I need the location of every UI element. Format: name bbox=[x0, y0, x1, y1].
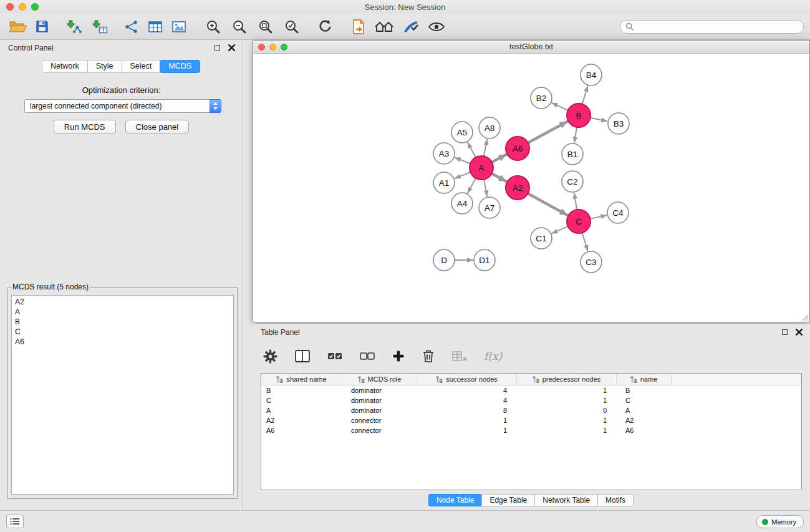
graph-edge-A6-B[interactable] bbox=[528, 122, 568, 143]
network-window-titlebar[interactable]: testGlobe.txt bbox=[253, 41, 809, 54]
zoom-in-button[interactable] bbox=[205, 16, 221, 38]
graph-edge-C-C3[interactable] bbox=[582, 233, 588, 251]
graph-node-B[interactable]: B bbox=[567, 104, 591, 127]
export-image-button[interactable] bbox=[171, 16, 186, 38]
graph-node-C3[interactable]: C3 bbox=[581, 251, 602, 273]
graph-edge-B-B3[interactable] bbox=[591, 118, 608, 122]
zoom-selected-button[interactable] bbox=[284, 16, 300, 38]
graph-node-C1[interactable]: C1 bbox=[531, 228, 552, 249]
table-tab-motifs[interactable]: Motifs bbox=[597, 494, 634, 506]
table-row[interactable]: Bdominator41B bbox=[261, 385, 801, 395]
graph-edge-A2-C[interactable] bbox=[528, 193, 568, 215]
graph-edge-B-B2[interactable] bbox=[551, 103, 567, 110]
table-tab-edge-table[interactable]: Edge Table bbox=[481, 494, 535, 506]
table-row[interactable]: Cdominator41C bbox=[261, 395, 801, 405]
mcds-result-item[interactable]: C bbox=[15, 327, 230, 337]
graph-node-A1[interactable]: A1 bbox=[433, 172, 455, 193]
home-button[interactable] bbox=[374, 16, 394, 38]
graph-edge-C-C4[interactable] bbox=[591, 215, 607, 219]
graph-edge-B-B1[interactable] bbox=[574, 127, 577, 143]
graph-node-A7[interactable]: A7 bbox=[479, 197, 500, 218]
graph-node-A2[interactable]: A2 bbox=[506, 176, 529, 200]
graph-node-A5[interactable]: A5 bbox=[451, 122, 473, 143]
network-graph[interactable]: B4B2BB3A8A5A6A3B1AC2A1A2A4A7C4CC1DD1C3 bbox=[253, 54, 809, 322]
select-all-button[interactable] bbox=[327, 345, 343, 367]
table-tab-network-table[interactable]: Network Table bbox=[534, 494, 598, 506]
tab-mcds[interactable]: MCDS bbox=[160, 60, 200, 73]
graph-node-A6[interactable]: A6 bbox=[506, 137, 529, 160]
criterion-dropdown[interactable]: largest connected component (directed) bbox=[24, 99, 221, 113]
resize-handle-icon[interactable] bbox=[802, 314, 809, 321]
open-session-button[interactable] bbox=[9, 16, 27, 38]
network-canvas[interactable]: B4B2BB3A8A5A6A3B1AC2A1A2A4A7C4CC1DD1C3 bbox=[253, 54, 809, 322]
delete-table-button[interactable] bbox=[451, 345, 468, 367]
add-column-button[interactable] bbox=[392, 345, 405, 367]
mcds-result-item[interactable]: A bbox=[15, 307, 230, 317]
graph-edge-C-C1[interactable] bbox=[551, 226, 567, 234]
float-panel-icon[interactable] bbox=[215, 45, 220, 51]
graph-node-A3[interactable]: A3 bbox=[433, 143, 455, 164]
column-header-predecessor-nodes[interactable]: predecessor nodes bbox=[517, 374, 617, 385]
show-hide-button[interactable] bbox=[428, 16, 445, 38]
zoom-window-button[interactable] bbox=[31, 3, 39, 11]
zoom-out-button[interactable] bbox=[231, 16, 248, 38]
close-window-button[interactable] bbox=[6, 3, 14, 11]
graph-edge-A-A7[interactable] bbox=[484, 180, 488, 197]
graph-node-A4[interactable]: A4 bbox=[451, 193, 473, 214]
apply-style-button[interactable] bbox=[403, 16, 419, 38]
open-recent-button[interactable] bbox=[352, 16, 365, 38]
graph-node-B3[interactable]: B3 bbox=[608, 113, 629, 134]
memory-button[interactable]: Memory bbox=[756, 515, 804, 528]
graph-edge-B-B4[interactable] bbox=[582, 85, 588, 104]
import-network-button[interactable] bbox=[65, 16, 82, 38]
graph-edge-A-A8[interactable] bbox=[484, 139, 488, 157]
run-mcds-button[interactable]: Run MCDS bbox=[54, 120, 116, 133]
graph-edge-A-A3[interactable] bbox=[455, 157, 470, 163]
tab-network[interactable]: Network bbox=[42, 60, 88, 73]
graph-node-B1[interactable]: B1 bbox=[562, 143, 583, 165]
tab-select[interactable]: Select bbox=[122, 60, 161, 73]
graph-node-D1[interactable]: D1 bbox=[474, 249, 495, 271]
graph-node-C[interactable]: C bbox=[567, 210, 591, 233]
import-table-button[interactable] bbox=[91, 16, 108, 38]
search-box[interactable] bbox=[620, 20, 804, 34]
mcds-result-list[interactable]: A2ABCA6 bbox=[11, 295, 234, 495]
mcds-result-item[interactable]: A6 bbox=[15, 337, 230, 347]
column-header-mcds-role[interactable]: MCDS role bbox=[342, 374, 417, 385]
table-row[interactable]: A6connector11A6 bbox=[261, 425, 801, 435]
new-table-button[interactable] bbox=[148, 16, 163, 38]
column-header-shared-name[interactable]: shared name bbox=[261, 374, 342, 385]
graph-edge-A-A6[interactable] bbox=[492, 154, 507, 162]
table-row[interactable]: Adominator80A bbox=[261, 405, 801, 415]
delete-column-button[interactable] bbox=[422, 345, 435, 367]
graph-node-A8[interactable]: A8 bbox=[479, 117, 500, 138]
float-table-panel-icon[interactable] bbox=[782, 329, 788, 335]
table-settings-button[interactable] bbox=[263, 345, 278, 367]
graph-node-D[interactable]: D bbox=[433, 249, 455, 271]
graph-edge-A-A5[interactable] bbox=[468, 142, 476, 157]
graph-node-A[interactable]: A bbox=[470, 156, 493, 180]
graph-edge-A-A1[interactable] bbox=[455, 172, 471, 178]
show-columns-button[interactable] bbox=[294, 345, 311, 367]
function-builder-button[interactable]: f(x) bbox=[484, 350, 502, 362]
zoom-fit-button[interactable] bbox=[258, 16, 274, 38]
mcds-result-item[interactable]: A2 bbox=[15, 297, 230, 307]
column-header-successor-nodes[interactable]: successor nodes bbox=[417, 374, 517, 385]
deselect-all-button[interactable] bbox=[359, 345, 375, 367]
graph-node-C4[interactable]: C4 bbox=[607, 202, 629, 223]
graph-node-B4[interactable]: B4 bbox=[581, 64, 602, 85]
column-header-name[interactable]: name bbox=[617, 374, 672, 385]
graph-node-C2[interactable]: C2 bbox=[562, 171, 583, 192]
save-session-button[interactable] bbox=[35, 16, 49, 38]
tab-style[interactable]: Style bbox=[87, 60, 122, 73]
close-panel-button[interactable]: Close panel bbox=[125, 120, 190, 133]
close-panel-icon[interactable] bbox=[228, 44, 235, 51]
graph-edge-A-A2[interactable] bbox=[492, 173, 507, 181]
new-network-button[interactable] bbox=[124, 16, 139, 38]
table-row[interactable]: A2connector11A2 bbox=[261, 415, 801, 425]
table-tab-node-table[interactable]: Node Table bbox=[428, 494, 483, 506]
mcds-result-item[interactable]: B bbox=[15, 317, 230, 327]
task-history-button[interactable] bbox=[6, 515, 24, 528]
search-input[interactable] bbox=[637, 22, 798, 31]
graph-edge-A-A4[interactable] bbox=[468, 178, 476, 193]
